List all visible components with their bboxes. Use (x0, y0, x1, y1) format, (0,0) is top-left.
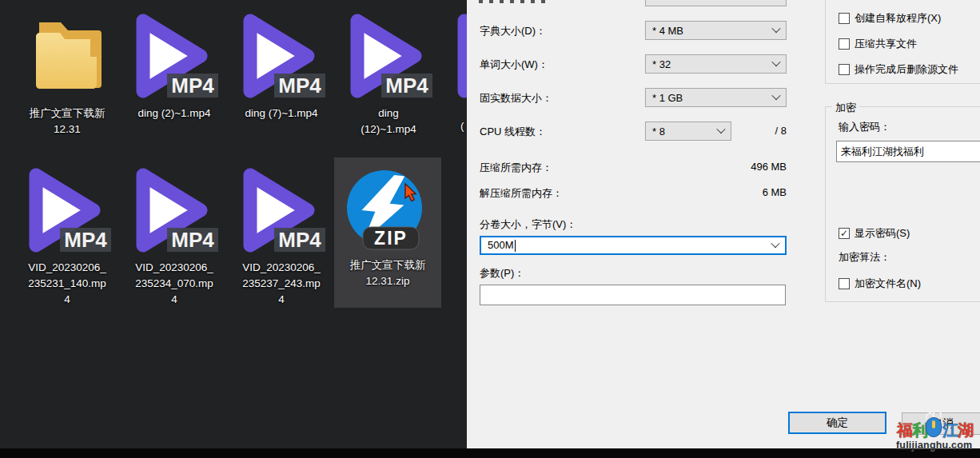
chevron-down-icon (771, 90, 780, 99)
icon-label: 12.31 (54, 121, 81, 137)
dictionary-size-label: 字典大小(D)： (480, 24, 546, 38)
memory-compress-label: 压缩所需内存： (480, 161, 552, 175)
compression-level-dropdown-cutoff[interactable] (645, 0, 787, 6)
mouse-logo-icon (926, 410, 942, 437)
parameters-label: 参数(P)： (480, 266, 524, 281)
icon-label: VID_20230206_ (242, 260, 321, 276)
icon-label: ding (7)~1.mp4 (245, 106, 317, 121)
taskbar[interactable] (0, 448, 980, 458)
share-checkbox-row[interactable]: 压缩共享文件 (839, 37, 917, 51)
svg-text:ZIP: ZIP (374, 228, 408, 249)
icon-label: 推广文宣下载新 (30, 106, 106, 121)
svg-text:MP4: MP4 (278, 228, 321, 252)
chevron-down-icon (771, 57, 780, 66)
desktop-icon-vid-235231[interactable]: MP4 VID_20230206_ 235231_140.mp 4 (14, 157, 121, 308)
checkbox-checked[interactable]: ✓ (839, 228, 850, 239)
icon-label: ding (378, 106, 399, 121)
icon-label: 4 (278, 292, 285, 308)
encryption-method-label: 加密算法： (839, 250, 890, 265)
checkbox-unchecked[interactable] (839, 64, 850, 75)
encryption-group-title: 加密 (832, 101, 859, 115)
cpu-threads-max: / 8 (775, 125, 787, 137)
desktop-icon-mp4-ding7[interactable]: MP4 ding (7)~1.mp4 (228, 6, 335, 121)
memory-decompress-label: 解压缩所需内存： (480, 186, 563, 201)
icon-label: 12.31.zip (366, 273, 410, 289)
split-volume-input[interactable]: 500M (480, 236, 787, 255)
icon-label: 235231_140.mp (28, 276, 106, 292)
desktop-icon-vid-235234[interactable]: MP4 VID_20230206_ 235234_070.mp 4 (121, 157, 228, 308)
add-to-archive-dialog: 字典大小(D)： * 4 MB 单词大小(W)： * 32 固实数据大小： * … (467, 0, 980, 448)
delete-after-checkbox-label: 操作完成后删除源文件 (855, 62, 958, 77)
desktop-icon-folder[interactable]: 推广文宣下载新 12.31 (14, 6, 121, 137)
desktop-icon-mp4-ding12[interactable]: MP4 ding (12)~1.mp4 (335, 6, 442, 137)
icon-label: 推广文宣下载新 (350, 257, 426, 273)
icon-label: ( (460, 118, 464, 134)
options-groupbox: 创建自释放程序(X) 压缩共享文件 操作完成后删除源文件 (825, 0, 980, 84)
svg-text:MP4: MP4 (171, 74, 214, 98)
bandizip-zip-icon: ZIP (334, 161, 441, 257)
memory-decompress-value: 6 MB (763, 186, 787, 198)
checkbox-unchecked[interactable] (839, 13, 850, 24)
mp4-play-icon: MP4 (228, 161, 335, 260)
cpu-threads-dropdown[interactable]: * 8 (645, 121, 731, 141)
desktop-icon-vid-235237[interactable]: MP4 VID_20230206_ 235237_243.mp 4 (228, 157, 335, 308)
chevron-down-icon (771, 23, 780, 32)
icon-label: ding (2)~1.mp4 (137, 106, 210, 121)
cut-off-label-fragment (479, 0, 551, 3)
solid-block-size-dropdown[interactable]: * 1 GB (645, 88, 787, 107)
mp4-play-icon: MP4 (14, 161, 121, 260)
word-size-label: 单词大小(W)： (480, 58, 548, 72)
icon-label: 4 (64, 292, 70, 308)
sfx-checkbox-row[interactable]: 创建自释放程序(X) (839, 11, 941, 26)
text-caret (515, 240, 516, 252)
desktop-icon-zip-selected[interactable]: ZIP 推广文宣下载新 12.31.zip (334, 157, 441, 308)
share-checkbox-label: 压缩共享文件 (855, 37, 917, 51)
show-password-checkbox-row[interactable]: ✓ 显示密码(S) (839, 226, 910, 241)
encrypt-names-label: 加密文件名(N) (855, 277, 921, 291)
checkbox-unchecked[interactable] (839, 278, 850, 289)
chevron-down-icon (716, 124, 725, 133)
desktop-icon-mp4-ding2[interactable]: MP4 ding (2)~1.mp4 (121, 6, 228, 121)
solid-block-size-label: 固实数据大小： (480, 91, 552, 106)
mp4-play-icon: MP4 (121, 161, 228, 260)
folder-icon (14, 6, 121, 106)
svg-text:MP4: MP4 (171, 228, 214, 252)
dictionary-size-dropdown[interactable]: * 4 MB (645, 21, 787, 40)
ok-button[interactable]: 确定 (788, 412, 886, 434)
encryption-groupbox: 加密 输入密码： 来福利江湖找福利 ✓ 显示密码(S) 加密算法： 加密文件名(… (825, 106, 980, 302)
icon-label: 235237_243.mp (242, 276, 321, 292)
svg-text:MP4: MP4 (385, 74, 428, 98)
site-watermark: 福 利 江 湖 fulijianghu.com (896, 409, 980, 456)
split-volume-label: 分卷大小，字节(V)： (480, 217, 576, 232)
icon-label: VID_20230206_ (135, 260, 213, 276)
encrypt-names-checkbox-row[interactable]: 加密文件名(N) (839, 277, 921, 291)
icon-label: 4 (171, 292, 177, 308)
icon-label: 235234_070.mp (135, 276, 213, 292)
watermark-char: 江 (942, 422, 958, 438)
watermark-char: 福 (897, 422, 913, 438)
desktop-screen: 推广文宣下载新 12.31 MP4 ding (2)~1.mp4 MP4 din… (0, 0, 980, 458)
mp4-play-icon: MP4 (228, 6, 335, 106)
svg-text:MP4: MP4 (64, 228, 107, 252)
mp4-play-icon: MP4 (335, 6, 442, 106)
password-input[interactable]: 来福利江湖找福利 (836, 141, 980, 162)
word-size-dropdown[interactable]: * 32 (645, 54, 787, 74)
chevron-down-icon (771, 238, 779, 247)
delete-after-checkbox-row[interactable]: 操作完成后删除源文件 (839, 62, 958, 77)
watermark-domain: fulijianghu.com (896, 440, 980, 451)
icon-label: (12)~1.mp4 (361, 121, 416, 137)
memory-compress-value: 496 MB (751, 161, 787, 173)
cpu-threads-label: CPU 线程数： (480, 125, 546, 139)
parameters-input[interactable] (480, 285, 786, 305)
sfx-checkbox-label: 创建自释放程序(X) (855, 11, 941, 26)
watermark-char: 湖 (958, 422, 974, 438)
password-label: 输入密码： (839, 120, 890, 134)
show-password-label: 显示密码(S) (855, 226, 910, 241)
svg-text:MP4: MP4 (278, 74, 321, 98)
icon-label: VID_20230206_ (28, 260, 106, 276)
checkbox-unchecked[interactable] (839, 38, 850, 50)
mp4-play-icon: MP4 (121, 6, 228, 106)
